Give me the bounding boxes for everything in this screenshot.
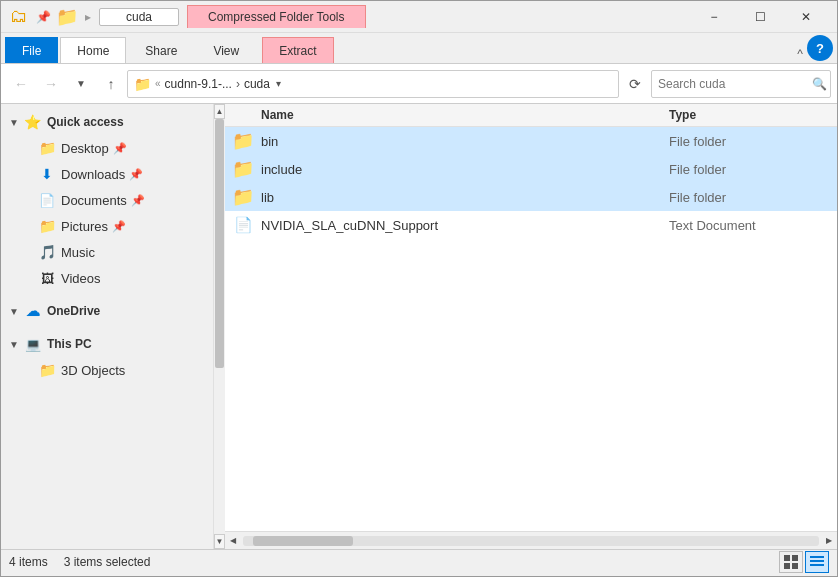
documents-label: Documents — [61, 193, 127, 208]
col-header-type[interactable]: Type — [669, 108, 829, 122]
sidebar-item-videos[interactable]: 🖼 Videos — [1, 265, 213, 291]
pictures-pin-icon: 📌 — [112, 220, 126, 233]
main-area: ▼ ⭐ Quick access 📁 Desktop 📌 ⬇ Downloads… — [1, 104, 837, 549]
forward-button[interactable]: → — [37, 70, 65, 98]
sb-scroll-thumb[interactable] — [215, 119, 224, 368]
minimize-button[interactable]: − — [691, 1, 737, 33]
sidebar-layout: ▼ ⭐ Quick access 📁 Desktop 📌 ⬇ Downloads… — [1, 104, 225, 549]
file-row-include[interactable]: 📁 include File folder — [225, 155, 837, 183]
maximize-button[interactable]: ☐ — [737, 1, 783, 33]
status-bar: 4 items 3 items selected — [1, 549, 837, 573]
horizontal-scrollbar[interactable]: ◀ ▶ — [225, 531, 837, 549]
tab-file[interactable]: File — [5, 37, 58, 63]
downloads-icon: ⬇ — [37, 164, 57, 184]
file-icon-bin: 📁 — [233, 131, 253, 151]
sidebar-item-3d-objects[interactable]: 📁 3D Objects — [1, 357, 213, 383]
expand-arrow-onedrive: ▼ — [9, 306, 19, 317]
up-button[interactable]: ↑ — [97, 70, 125, 98]
close-button[interactable]: ✕ — [783, 1, 829, 33]
view-list-icon — [810, 555, 824, 569]
refresh-button[interactable]: ⟳ — [621, 70, 649, 98]
sidebar-item-documents[interactable]: 📄 Documents 📌 — [1, 187, 213, 213]
svg-rect-6 — [810, 564, 824, 566]
sidebar-item-pictures[interactable]: 📁 Pictures 📌 — [1, 213, 213, 239]
file-icon-include: 📁 — [233, 159, 253, 179]
sidebar-item-downloads[interactable]: ⬇ Downloads 📌 — [1, 161, 213, 187]
address-bar: ← → ▼ ↑ 📁 « cudnn-9.1-... › cuda ▾ ⟳ 🔍 — [1, 64, 837, 104]
sb-scroll-track[interactable] — [214, 119, 225, 534]
ribbon-chevron[interactable]: ^ — [797, 47, 803, 61]
search-box[interactable]: 🔍 — [651, 70, 831, 98]
pin-icon: 📌 — [33, 7, 53, 27]
title-path: cuda — [99, 8, 179, 26]
h-scroll-thumb[interactable] — [253, 536, 353, 546]
breadcrumb-arrow: › — [236, 77, 240, 91]
view-list-button[interactable] — [805, 551, 829, 573]
sidebar-item-desktop[interactable]: 📁 Desktop 📌 — [1, 135, 213, 161]
file-name-nvidia-sla: NVIDIA_SLA_cuDNN_Support — [261, 218, 669, 233]
svg-rect-1 — [792, 555, 798, 561]
qat-sep: ▸ — [85, 10, 91, 24]
breadcrumb-bar[interactable]: 📁 « cudnn-9.1-... › cuda ▾ — [127, 70, 619, 98]
3d-objects-label: 3D Objects — [61, 363, 125, 378]
onedrive-icon: ☁ — [23, 301, 43, 321]
file-row-bin[interactable]: 📁 bin File folder — [225, 127, 837, 155]
file-row-lib[interactable]: 📁 lib File folder — [225, 183, 837, 211]
desktop-folder-icon: 📁 — [37, 138, 57, 158]
downloads-pin-icon: 📌 — [129, 168, 143, 181]
search-icon: 🔍 — [812, 77, 827, 91]
sidebar-item-music[interactable]: 🎵 Music — [1, 239, 213, 265]
h-scroll-right-btn[interactable]: ▶ — [821, 532, 837, 550]
breadcrumb-sep: « — [155, 78, 161, 89]
breadcrumb-current[interactable]: cuda — [244, 77, 270, 91]
expand-arrow-this-pc: ▼ — [9, 339, 19, 350]
title-bar-icons: 🗂 📌 📁 ▸ cuda — [9, 7, 179, 27]
sidebar-scrollbar[interactable]: ▲ ▼ — [213, 104, 225, 549]
tab-home[interactable]: Home — [60, 37, 126, 63]
sidebar-header-onedrive[interactable]: ▼ ☁ OneDrive — [1, 295, 213, 324]
file-type-lib: File folder — [669, 190, 829, 205]
breadcrumb-dropdown-arrow[interactable]: ▾ — [276, 78, 281, 89]
file-name-bin: bin — [261, 134, 669, 149]
sidebar-section-onedrive: ▼ ☁ OneDrive — [1, 293, 213, 326]
this-pc-label: This PC — [47, 337, 92, 351]
folder-icon-2: 📁 — [57, 7, 77, 27]
col-header-name[interactable]: Name — [233, 108, 669, 122]
videos-icon: 🖼 — [37, 268, 57, 288]
search-input[interactable] — [658, 77, 808, 91]
tab-view[interactable]: View — [196, 37, 256, 63]
quick-access-label: Quick access — [47, 115, 124, 129]
sidebar-header-this-pc[interactable]: ▼ 💻 This PC — [1, 328, 213, 357]
sb-scroll-up[interactable]: ▲ — [214, 104, 225, 119]
onedrive-label: OneDrive — [47, 304, 100, 318]
view-grid-button[interactable] — [779, 551, 803, 573]
file-row-nvidia-sla[interactable]: 📄 NVIDIA_SLA_cuDNN_Support Text Document — [225, 211, 837, 239]
selection-count: 3 items selected — [64, 555, 151, 569]
3d-objects-icon: 📁 — [37, 360, 57, 380]
status-bar-left: 4 items 3 items selected — [9, 555, 779, 569]
h-scroll-track[interactable] — [243, 536, 819, 546]
file-list: 📁 bin File folder 📁 include File folder … — [225, 127, 837, 531]
videos-label: Videos — [61, 271, 101, 286]
desktop-label: Desktop — [61, 141, 109, 156]
nav-dropdown-button[interactable]: ▼ — [67, 70, 95, 98]
ribbon: File Home Share View Extract ^ ? — [1, 33, 837, 64]
tab-extract[interactable]: Extract — [262, 37, 333, 63]
h-scroll-left-btn[interactable]: ◀ — [225, 532, 241, 550]
svg-rect-0 — [784, 555, 790, 561]
sb-scroll-down[interactable]: ▼ — [214, 534, 225, 549]
file-name-include: include — [261, 162, 669, 177]
title-bar: 🗂 📌 📁 ▸ cuda Compressed Folder Tools − ☐… — [1, 1, 837, 33]
status-bar-right — [779, 551, 829, 573]
svg-rect-2 — [784, 563, 790, 569]
file-type-bin: File folder — [669, 134, 829, 149]
sidebar-header-quick-access[interactable]: ▼ ⭐ Quick access — [1, 106, 213, 135]
tab-share[interactable]: Share — [128, 37, 194, 63]
svg-rect-3 — [792, 563, 798, 569]
help-button[interactable]: ? — [807, 35, 833, 61]
desktop-pin-icon: 📌 — [113, 142, 127, 155]
back-button[interactable]: ← — [7, 70, 35, 98]
file-type-nvidia-sla: Text Document — [669, 218, 829, 233]
documents-pin-icon: 📌 — [131, 194, 145, 207]
breadcrumb-parent[interactable]: cudnn-9.1-... — [165, 77, 232, 91]
